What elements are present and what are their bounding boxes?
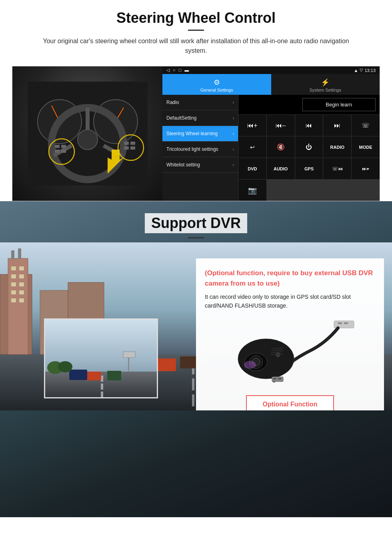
ctrl-dvd[interactable]: DVD <box>238 158 266 179</box>
svg-rect-77 <box>273 378 276 380</box>
ctrl-power[interactable]: ⏻ <box>295 136 323 158</box>
svg-rect-56 <box>85 372 101 380</box>
dvr-camera-svg <box>222 319 358 387</box>
menu-tricoloured-label: Tricoloured light settings <box>166 146 218 152</box>
chevron-icon: › <box>233 132 234 136</box>
svg-point-60 <box>58 361 72 372</box>
android-content: Radio › DefaultSetting › Steering Wheel … <box>162 95 380 201</box>
menu-default-label: DefaultSetting <box>166 115 196 121</box>
svg-rect-27 <box>8 258 28 354</box>
right-panel: Begin learn ⏮+ ⏮– ⏮ ⏭ ☏ ↩ 🔇 ⏻ R <box>238 95 380 201</box>
tab-system-label: System Settings <box>310 88 341 92</box>
android-tabs: ⚙ General Settings ⚡ System Settings <box>162 74 380 95</box>
home-btn[interactable]: ○ <box>173 68 176 73</box>
steering-wheel-svg <box>28 82 148 186</box>
ctrl-mode[interactable]: MODE <box>352 136 380 158</box>
svg-rect-24 <box>192 378 194 390</box>
svg-point-71 <box>276 353 280 357</box>
svg-rect-38 <box>11 298 16 302</box>
android-panel: ◁ ○ □ ▬ ▲ ▽ 13:13 ⚙ General Settings <box>162 66 380 201</box>
svg-rect-17 <box>130 142 135 145</box>
menu-whitelist-label: Whitelist setting <box>166 162 200 168</box>
svg-rect-19 <box>130 146 135 150</box>
begin-learn-button[interactable]: Begin learn <box>302 98 376 111</box>
ctrl-prev[interactable]: ⏮ <box>295 115 323 136</box>
begin-learn-row: Begin learn <box>238 95 380 115</box>
ctrl-phone-prev[interactable]: ☏⏮ <box>323 158 351 179</box>
menu-tricoloured[interactable]: Tricoloured light settings › <box>162 142 238 157</box>
android-statusbar: ◁ ○ □ ▬ ▲ ▽ 13:13 <box>162 66 380 74</box>
svg-rect-33 <box>19 274 24 278</box>
signal-icon: ▲ <box>354 68 358 73</box>
svg-rect-54 <box>101 384 103 390</box>
ctrl-vol-down[interactable]: ⏮– <box>267 115 295 136</box>
tab-system-settings[interactable]: ⚡ System Settings <box>271 74 380 95</box>
menu-radio-label: Radio <box>166 100 179 105</box>
svg-rect-32 <box>11 274 16 278</box>
ctrl-gps[interactable]: GPS <box>295 158 323 179</box>
steering-photo <box>12 66 162 201</box>
tab-general-settings[interactable]: ⚙ General Settings <box>162 74 271 95</box>
optional-function-button[interactable]: Optional Function <box>246 395 334 410</box>
chevron-icon: › <box>233 116 234 120</box>
svg-point-70 <box>244 361 256 369</box>
ctrl-radio[interactable]: RADIO <box>323 136 351 158</box>
controls-grid: ⏮+ ⏮– ⏮ ⏭ ☏ ↩ 🔇 ⏻ RADIO MODE DVD AUDIO <box>238 115 380 201</box>
road-scene: (Optional function, require to buy exter… <box>0 242 392 410</box>
svg-rect-12 <box>55 145 60 148</box>
svg-rect-31 <box>19 266 24 270</box>
svg-rect-37 <box>19 290 24 294</box>
dvr-title: Support DVR <box>145 213 247 233</box>
dvr-description: It can record video only to storage in G… <box>205 292 375 310</box>
menu-list: Radio › DefaultSetting › Steering Wheel … <box>162 95 238 201</box>
svg-rect-62 <box>128 358 129 372</box>
wifi-icon: ▽ <box>360 68 363 73</box>
svg-rect-58 <box>69 370 87 380</box>
steering-ui: ◁ ○ □ ▬ ▲ ▽ 13:13 ⚙ General Settings <box>12 66 380 201</box>
svg-rect-57 <box>107 371 121 380</box>
svg-rect-13 <box>61 145 66 148</box>
menu-whitelist[interactable]: Whitelist setting › <box>162 157 238 173</box>
svg-rect-14 <box>55 150 60 153</box>
dvr-section: Support DVR <box>0 201 392 517</box>
ctrl-mute[interactable]: 🔇 <box>267 136 295 158</box>
thumbnail-svg <box>45 320 158 398</box>
ctrl-back[interactable]: ↩ <box>238 136 266 158</box>
settings-icon: ⚙ <box>164 78 270 87</box>
svg-rect-18 <box>124 146 129 150</box>
menu-btn: ▬ <box>184 68 189 73</box>
svg-rect-39 <box>19 298 24 302</box>
ctrl-next[interactable]: ⏭ <box>323 115 351 136</box>
menu-steering-label: Steering Wheel learning <box>166 131 218 136</box>
road-thumbnail <box>44 318 158 398</box>
time-display: 13:13 <box>364 68 376 73</box>
back-btn[interactable]: ◁ <box>166 68 170 73</box>
svg-rect-28 <box>11 250 14 259</box>
svg-rect-65 <box>344 322 348 324</box>
svg-rect-29 <box>18 248 21 259</box>
dvr-title-divider <box>188 237 204 238</box>
nav-buttons: ◁ ○ □ ▬ <box>166 68 189 73</box>
svg-rect-16 <box>124 142 129 145</box>
steering-title: Steering Wheel Control <box>16 10 376 26</box>
ctrl-extra[interactable]: 📷 <box>238 180 266 201</box>
ctrl-audio[interactable]: AUDIO <box>267 158 295 179</box>
menu-default-setting[interactable]: DefaultSetting › <box>162 110 238 126</box>
steering-header: Steering Wheel Control Your original car… <box>0 0 392 59</box>
svg-rect-61 <box>123 352 135 358</box>
svg-rect-36 <box>11 290 16 294</box>
dvr-content: Support DVR <box>0 201 392 410</box>
ctrl-vol-up[interactable]: ⏮+ <box>238 115 266 136</box>
svg-rect-55 <box>101 392 103 398</box>
menu-radio[interactable]: Radio › <box>162 95 238 110</box>
ctrl-phone[interactable]: ☏ <box>352 115 380 136</box>
svg-rect-34 <box>11 282 16 286</box>
title-divider <box>188 30 204 31</box>
tab-general-label: General Settings <box>200 88 233 92</box>
svg-rect-64 <box>338 322 342 324</box>
dvr-header: Support DVR <box>0 201 392 242</box>
recent-btn[interactable]: □ <box>179 68 182 73</box>
dvr-optional-title: (Optional function, require to buy exter… <box>205 268 375 288</box>
ctrl-phone-next[interactable]: ⏭▶ <box>352 158 380 179</box>
menu-steering-wheel[interactable]: Steering Wheel learning › <box>162 126 238 142</box>
